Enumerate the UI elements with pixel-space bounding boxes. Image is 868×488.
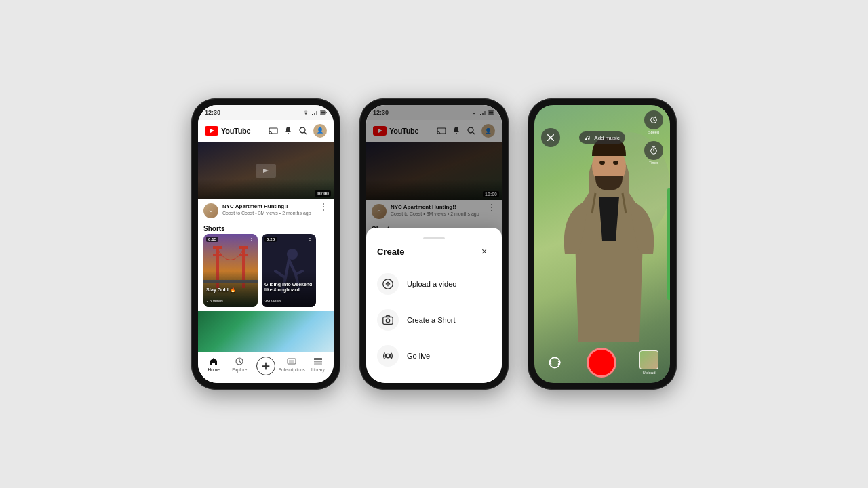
svg-point-45 [386, 354, 389, 357]
video-channel-avatar-1: C [203, 203, 218, 218]
timer-button[interactable]: Timer [644, 141, 663, 165]
live-icon [382, 350, 394, 362]
nav-create-1[interactable] [253, 357, 279, 380]
shorts-row-1: 0:15 ⋮ Stay Gold 🔥 2.5 views [198, 234, 334, 312]
green-progress-bar [667, 188, 670, 300]
search-icon-1[interactable] [298, 126, 308, 136]
svg-rect-0 [312, 114, 313, 115]
modal-item-live[interactable]: Go live [377, 338, 491, 373]
phone-3: Add music [528, 98, 677, 390]
header-icons-1: 👤 [269, 124, 327, 138]
camera-top-bar: Add music [534, 110, 670, 165]
subscriptions-icon [287, 357, 296, 366]
modal-short-label: Create a Short [407, 316, 456, 324]
nav-home-label-1: Home [208, 367, 219, 372]
video-duration-1: 10:00 [315, 190, 331, 197]
youtube-wordmark-1: YouTube [221, 127, 250, 135]
status-time-1: 12:30 [205, 109, 220, 116]
landscape-image-1 [198, 311, 334, 352]
flip-camera-icon [547, 355, 562, 370]
short-more-1-1[interactable]: ⋮ [248, 237, 255, 244]
battery-icon [320, 109, 327, 116]
speed-button[interactable]: Speed [644, 110, 663, 134]
status-bar-1: 12:30 [198, 105, 334, 120]
short-views-1-2: 3M views [264, 299, 281, 303]
avatar-1[interactable]: 👤 [313, 124, 327, 138]
modal-close-button[interactable]: × [477, 245, 491, 258]
nav-library-label-1: Library [311, 367, 325, 372]
short-views-1-1: 2.5 views [206, 299, 223, 303]
upload-label: Upload [642, 371, 655, 375]
svg-rect-13 [213, 246, 222, 249]
svg-rect-24 [314, 358, 322, 360]
create-button-1[interactable] [256, 357, 275, 375]
shorts-label-1: Shorts [198, 222, 334, 234]
upload-button[interactable]: Upload [639, 350, 658, 375]
timer-label: Timer [649, 161, 658, 165]
video-card-1[interactable]: 10:00 [198, 142, 334, 199]
notification-icon-1[interactable] [283, 126, 293, 136]
signal-icon [311, 109, 318, 116]
svg-rect-4 [321, 111, 326, 113]
svg-rect-2 [316, 111, 317, 115]
video-meta-1: NYC Apartment Hunting!! Coast to Coast •… [222, 203, 315, 216]
add-music-button[interactable]: Add music [579, 131, 625, 144]
svg-point-20 [287, 249, 298, 260]
music-note-icon [585, 134, 591, 141]
speed-icon [650, 116, 658, 124]
add-music-label: Add music [594, 135, 619, 141]
modal-title: Create [377, 247, 404, 257]
camera-screen: Add music [534, 105, 670, 383]
svg-rect-17 [239, 254, 248, 256]
video-title-1: NYC Apartment Hunting!! [222, 203, 315, 210]
youtube-logo-1: YouTube [205, 126, 250, 136]
cast-icon-1[interactable] [269, 126, 278, 136]
svg-rect-8 [269, 128, 277, 134]
modal-upload-label: Upload a video [407, 280, 456, 288]
modal-item-short[interactable]: Create a Short [377, 302, 491, 338]
nav-library-1[interactable]: Library [305, 357, 331, 380]
short-more-1-2[interactable]: ⋮ [307, 237, 313, 244]
nav-explore-label-1: Explore [232, 367, 247, 372]
short-card-1-2[interactable]: 0:28 ⋮ Gliding into weekend like #longbo… [262, 234, 316, 308]
home-icon [209, 357, 218, 366]
timer-icon-btn [644, 141, 663, 160]
short-icon-container [377, 309, 399, 331]
play-icon [262, 168, 270, 174]
svg-rect-25 [314, 361, 322, 363]
speed-label: Speed [648, 130, 659, 134]
nav-explore-1[interactable]: Explore [226, 357, 252, 380]
svg-marker-10 [263, 169, 269, 173]
flip-camera-button[interactable] [546, 354, 564, 371]
status-icons-1 [302, 109, 327, 116]
video-info-1: C NYC Apartment Hunting!! Coast to Coast… [198, 199, 334, 222]
nav-subscriptions-1[interactable]: Subscriptions [279, 357, 305, 380]
nav-home-1[interactable]: Home [201, 357, 226, 380]
modal-handle [423, 237, 445, 239]
short-duration-1-1: 0:15 [206, 237, 218, 242]
upload-icon [382, 278, 394, 290]
svg-point-9 [300, 127, 305, 133]
yt-header-1: YouTube 👤 [198, 120, 334, 142]
short-title-1-1: Stay Gold 🔥 [206, 287, 255, 293]
video-more-icon-1[interactable]: ⋮ [319, 202, 328, 211]
close-camera-button[interactable] [541, 128, 560, 147]
timer-icon [650, 146, 658, 155]
x-icon [547, 134, 555, 142]
svg-rect-16 [239, 246, 248, 249]
video-subtitle-1: Coast to Coast • 3M views • 2 months ago [222, 211, 315, 216]
short-title-1-2: Gliding into weekend like #longboard [264, 282, 313, 293]
record-button[interactable] [587, 348, 616, 378]
bottom-nav-1: Home Explore Subscriptions Lib [198, 352, 334, 383]
modal-live-label: Go live [407, 352, 430, 360]
short-thumb-1-2: 0:28 ⋮ Gliding into weekend like #longbo… [262, 234, 316, 308]
right-camera-controls: Speed Timer [644, 110, 663, 165]
short-card-1-1[interactable]: 0:15 ⋮ Stay Gold 🔥 2.5 views [203, 234, 258, 308]
phone-1: 12:30 YouTube [191, 98, 340, 390]
flip-icon-container [546, 354, 564, 371]
modal-item-upload[interactable]: Upload a video [377, 266, 491, 302]
phone-2: 12:30 YouTube [359, 98, 509, 390]
svg-rect-1 [314, 113, 315, 115]
svg-rect-5 [326, 112, 327, 113]
speed-icon-btn [644, 110, 663, 129]
